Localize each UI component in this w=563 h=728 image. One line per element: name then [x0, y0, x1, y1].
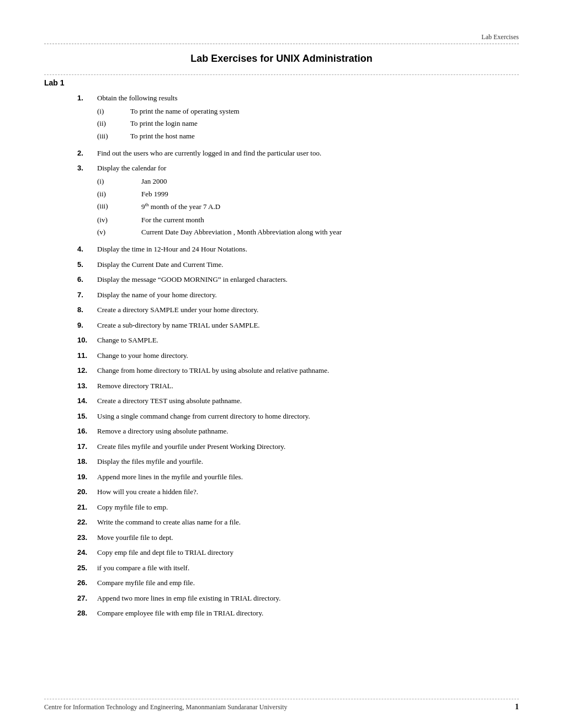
exercise-num: 27.	[77, 593, 97, 604]
exercise-text-content: Remove a directory using absolute pathna…	[97, 427, 229, 435]
exercise-text: Move yourfile file to dept.	[97, 532, 173, 543]
sub-num: (iv)	[97, 215, 141, 226]
exercise-num: 5.	[77, 259, 97, 270]
header-text: Lab Exercises	[481, 33, 519, 41]
sub-item: (iii)To print the host name	[97, 131, 240, 142]
footer-page: 1	[515, 703, 519, 711]
exercise-text-content: Create files myfile and yourfile under P…	[97, 442, 285, 451]
sub-text: For the current month	[141, 215, 204, 226]
exercise-item: 6.Display the message “GOOD MORNING” in …	[77, 274, 519, 285]
exercise-text-content: Find out the users who are currently log…	[97, 149, 321, 157]
exercise-text-content: Compare myfile file and emp file.	[97, 579, 195, 587]
exercise-text-content: Create a directory SAMPLE under your hom…	[97, 306, 258, 314]
exercise-num: 16.	[77, 426, 97, 437]
sub-item: (i)Jan 2000	[97, 176, 342, 188]
exercise-text: Display the calendar for(i)Jan 2000(ii)F…	[97, 163, 342, 239]
exercise-num: 28.	[77, 608, 97, 619]
exercise-item: 7.Display the name of your home director…	[77, 290, 519, 301]
exercise-item: 19.Append more lines in the myfile and y…	[77, 472, 519, 483]
exercise-item: 5.Display the Current Date and Current T…	[77, 259, 519, 270]
exercise-item: 1.Obtain the following results(i)To prin…	[77, 93, 519, 143]
exercise-text-content: Using a single command change from curre…	[97, 412, 310, 420]
exercise-item: 15.Using a single command change from cu…	[77, 411, 519, 422]
exercise-item: 13.Remove directory TRIAL.	[77, 381, 519, 392]
exercise-text-content: Display the name of your home directory.	[97, 291, 217, 299]
sub-num: (ii)	[97, 189, 141, 200]
exercise-item: 24.Copy emp file and dept file to TRIAL …	[77, 547, 519, 558]
exercise-item: 9.Create a sub-directory by name TRIAL u…	[77, 320, 519, 331]
exercise-text: Change to SAMPLE.	[97, 335, 158, 346]
exercise-num: 26.	[77, 577, 97, 588]
exercise-text: Display the time in 12-Hour and 24 Hour …	[97, 244, 247, 255]
exercise-text-content: Display the message “GOOD MORNING” in en…	[97, 275, 288, 283]
exercise-item: 27.Append two more lines in emp file exi…	[77, 593, 519, 604]
exercise-item: 28.Compare employee file with emp file i…	[77, 608, 519, 619]
exercise-text: Append more lines in the myfile and your…	[97, 472, 243, 483]
sub-item: (i)To print the name of operating system	[97, 106, 240, 117]
exercise-num: 13.	[77, 381, 97, 392]
exercise-text-content: How will you create a hidden file?.	[97, 488, 198, 496]
exercise-num: 2.	[77, 148, 97, 159]
exercise-text: Create a sub-directory by name TRIAL und…	[97, 320, 260, 331]
sub-text: 9th month of the year 7 A.D	[141, 201, 220, 213]
exercise-text: Write the command to create alias name f…	[97, 517, 241, 528]
page-title: Lab Exercises for UNIX Administration	[44, 53, 519, 65]
exercise-text: Remove a directory using absolute pathna…	[97, 426, 229, 437]
exercise-item: 25.if you compare a file with itself.	[77, 563, 519, 574]
sub-num: (iii)	[97, 201, 141, 213]
exercise-num: 10.	[77, 335, 97, 346]
sub-text: To print the host name	[130, 131, 195, 142]
exercise-text-content: Write the command to create alias name f…	[97, 518, 241, 526]
exercise-text-content: Copy myfile file to emp.	[97, 503, 168, 511]
sub-item: (ii)Feb 1999	[97, 189, 342, 200]
exercise-item: 17.Create files myfile and yourfile unde…	[77, 441, 519, 452]
sub-item: (v)Current Date Day Abbreviation , Month…	[97, 227, 342, 238]
sub-text: To print the name of operating system	[130, 106, 240, 117]
exercise-text-content: Obtain the following results	[97, 94, 178, 102]
sub-num: (i)	[97, 106, 130, 117]
header: Lab Exercises	[44, 33, 519, 44]
exercise-num: 24.	[77, 547, 97, 558]
exercise-text: Create a directory SAMPLE under your hom…	[97, 304, 258, 315]
exercise-item: 20.How will you create a hidden file?.	[77, 486, 519, 497]
exercise-text-content: Change from home directory to TRIAL by u…	[97, 366, 329, 374]
footer: Centre for Information Technology and En…	[44, 699, 519, 711]
exercise-text: Change from home directory to TRIAL by u…	[97, 365, 329, 376]
exercise-item: 8.Create a directory SAMPLE under your h…	[77, 304, 519, 315]
exercise-text: Compare myfile file and emp file.	[97, 577, 195, 588]
exercise-text-content: Create a directory TEST using absolute p…	[97, 397, 242, 405]
sub-item: (iv)For the current month	[97, 215, 342, 226]
exercise-item: 22.Write the command to create alias nam…	[77, 517, 519, 528]
exercise-num: 1.	[77, 93, 97, 143]
exercise-item: 26.Compare myfile file and emp file.	[77, 577, 519, 588]
exercise-num: 12.	[77, 365, 97, 376]
exercise-text-content: Create a sub-directory by name TRIAL und…	[97, 321, 260, 329]
exercise-text: Display the message “GOOD MORNING” in en…	[97, 274, 288, 285]
sub-text: Current Date Day Abbreviation , Month Ab…	[141, 227, 342, 238]
exercise-num: 18.	[77, 456, 97, 467]
exercise-text-content: Display the time in 12-Hour and 24 Hour …	[97, 245, 247, 253]
exercise-item: 2.Find out the users who are currently l…	[77, 148, 519, 159]
exercise-text-content: if you compare a file with itself.	[97, 564, 189, 572]
sub-num: (iii)	[97, 131, 130, 142]
exercise-item: 10.Change to SAMPLE.	[77, 335, 519, 346]
exercise-text-content: Append more lines in the myfile and your…	[97, 473, 243, 481]
exercise-item: 18.Display the files myfile and yourfile…	[77, 456, 519, 467]
exercise-text-content: Display the calendar for	[97, 164, 166, 172]
exercise-num: 3.	[77, 163, 97, 239]
sub-num: (ii)	[97, 118, 130, 130]
exercise-item: 3.Display the calendar for(i)Jan 2000(ii…	[77, 163, 519, 239]
exercise-num: 22.	[77, 517, 97, 528]
exercise-num: 9.	[77, 320, 97, 331]
exercise-num: 4.	[77, 244, 97, 255]
sub-text: To print the login name	[130, 118, 198, 130]
exercise-text: Find out the users who are currently log…	[97, 148, 321, 159]
exercise-num: 14.	[77, 395, 97, 406]
exercise-text: Create a directory TEST using absolute p…	[97, 395, 242, 406]
exercise-text-content: Change to your home directory.	[97, 351, 188, 360]
exercise-text-content: Move yourfile file to dept.	[97, 533, 173, 542]
exercise-num: 7.	[77, 290, 97, 301]
sub-text: Jan 2000	[141, 176, 167, 188]
exercise-num: 19.	[77, 472, 97, 483]
sub-num: (i)	[97, 176, 141, 188]
